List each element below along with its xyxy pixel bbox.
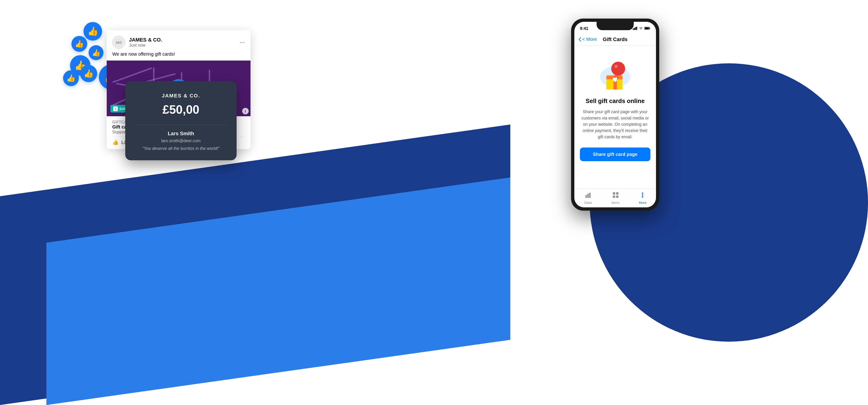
avatar: J&C: [112, 36, 125, 49]
wifi-icon: [639, 27, 643, 31]
status-time: 9:41: [580, 26, 588, 31]
tab-items-label: Items: [612, 201, 619, 205]
avatar-inner: J&C: [113, 36, 125, 48]
gift-card-illustration: [597, 55, 634, 92]
like-float-5: 👍: [80, 65, 97, 82]
like-float-3: 👍: [89, 45, 103, 60]
like-float-6: 👍: [63, 70, 79, 86]
phone-tab-bar: Sales Items: [574, 189, 656, 207]
items-icon: [612, 192, 619, 200]
fb-merchant-name: JAMES & CO.: [129, 37, 162, 43]
map-info-icon: ℹ: [242, 108, 249, 114]
svg-point-26: [642, 194, 643, 196]
sales-icon: [585, 192, 591, 200]
svg-rect-9: [650, 28, 650, 29]
battery-icon: [644, 27, 650, 31]
tab-sales-label: Sales: [584, 201, 592, 205]
fb-post-info: JAMES & CO. Just now: [129, 37, 162, 48]
svg-point-16: [611, 62, 625, 75]
svg-point-17: [615, 65, 618, 68]
svg-point-25: [642, 192, 643, 194]
sell-gift-cards-title: Sell gift cards online: [586, 97, 645, 104]
sell-gift-cards-description: Share your gift card page with your cust…: [580, 109, 650, 140]
phone-screen: 9:41: [574, 22, 656, 207]
share-gift-card-button[interactable]: Share gift card page: [580, 148, 650, 161]
like-icon: 👍: [112, 139, 119, 146]
thumbs-up-icon: 👍: [80, 65, 97, 82]
svg-rect-22: [616, 192, 618, 195]
thumbs-up-icon: 👍: [63, 70, 79, 86]
svg-rect-7: [636, 27, 637, 30]
svg-text:J&C: J&C: [116, 40, 122, 44]
svg-point-27: [642, 196, 643, 198]
more-icon: [639, 192, 646, 200]
fb-more-dots[interactable]: ···: [240, 38, 245, 46]
gift-card-recipient-name: Lars Smith: [134, 131, 227, 136]
gift-card-merchant: JAMES & CO.: [134, 93, 227, 99]
signal-icon: [633, 27, 638, 31]
phone-body: 9:41: [571, 19, 659, 211]
svg-rect-18: [586, 195, 587, 198]
svg-rect-10: [645, 27, 649, 29]
thumbs-up-icon: 👍: [71, 36, 87, 52]
tab-more-label: More: [639, 201, 646, 205]
svg-rect-19: [587, 194, 589, 198]
fb-card-header: J&C JAMES & CO. Just now ···: [107, 30, 250, 52]
phone-notch: [597, 22, 634, 30]
svg-rect-4: [633, 29, 634, 30]
tab-sales[interactable]: Sales: [584, 192, 592, 205]
like-float-2: 👍: [71, 36, 87, 52]
gift-card-message: "You deserve all the burritos in the wor…: [134, 146, 227, 151]
svg-rect-5: [634, 28, 635, 30]
fb-post-text: We are now offering gift cards!: [107, 52, 250, 61]
gift-card-divider: [134, 125, 227, 125]
status-icons: [633, 27, 650, 31]
svg-rect-21: [613, 192, 615, 195]
nav-back-button[interactable]: < More: [579, 37, 597, 42]
svg-text:S: S: [115, 108, 117, 111]
fb-post-time: Just now: [129, 43, 162, 48]
svg-rect-24: [616, 195, 618, 198]
gift-card-amount: £50,00: [134, 102, 227, 117]
svg-rect-6: [635, 27, 636, 30]
nav-title: Gift Cards: [603, 36, 627, 42]
nav-back-label: < More: [582, 37, 597, 42]
tab-more[interactable]: More: [639, 192, 646, 205]
svg-rect-20: [589, 193, 591, 198]
phone-mockup: 9:41: [571, 19, 659, 211]
svg-rect-23: [613, 195, 615, 198]
tab-items[interactable]: Items: [612, 192, 619, 205]
phone-nav-bar: < More Gift Cards: [574, 33, 656, 45]
phone-main-content: Sell gift cards online Share your gift c…: [574, 45, 656, 189]
gift-card-recipient-email: lars.smith@deer.com: [134, 138, 227, 143]
thumbs-up-icon: 👍: [89, 45, 103, 60]
gift-card: JAMES & CO. £50,00 Lars Smith lars.smith…: [125, 81, 237, 160]
